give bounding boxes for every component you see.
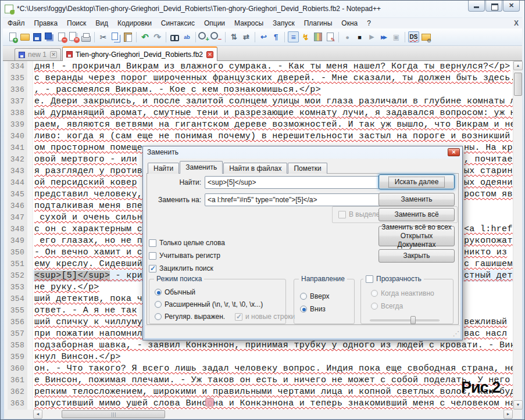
doc-switcher-icon[interactable] — [324, 31, 335, 42]
fold-margin[interactable] — [27, 212, 33, 224]
fold-margin[interactable] — [27, 398, 33, 410]
paste-icon[interactable] — [122, 31, 133, 42]
find-icon[interactable] — [169, 31, 180, 42]
editor-line-text[interactable]: с веранды через порог широченных француз… — [33, 73, 513, 84]
dialog-close-icon[interactable] — [448, 148, 460, 156]
editor-line-text[interactable]: ливо: когда я (сам еще не понимая почему… — [33, 131, 513, 142]
tab-find[interactable]: Найти — [148, 163, 179, 174]
mode-extended-radio[interactable]: Расширенный (\n, \r, \t, \0, \x...) — [155, 300, 263, 308]
transparency-inactive-radio[interactable]: Когда неактивно — [371, 289, 434, 297]
menu-item[interactable]: Опции — [199, 18, 230, 29]
cut-icon[interactable] — [98, 31, 109, 42]
close-all-docs-icon[interactable] — [68, 31, 79, 42]
menu-item[interactable]: Запуск — [268, 18, 299, 29]
mode-regex-radio[interactable]: Регуляр. выражен. — [155, 313, 225, 321]
menu-item[interactable]: Окна — [337, 18, 362, 29]
fold-margin[interactable] — [27, 247, 33, 259]
editor-line-text[interactable]: кнул Винсон.</p> — [33, 351, 513, 363]
macro-stop-icon[interactable] — [354, 31, 365, 42]
fold-margin[interactable] — [27, 154, 33, 166]
menu-item[interactable]: Плагины — [299, 18, 337, 29]
close-button[interactable] — [503, 1, 520, 12]
fold-margin[interactable] — [27, 131, 33, 142]
fold-margin[interactable] — [27, 293, 33, 305]
direction-down-radio[interactable]: Вниз — [300, 305, 326, 313]
word-wrap-icon[interactable] — [258, 31, 269, 42]
menu-item[interactable]: Кодировки — [113, 18, 156, 29]
replace-button[interactable]: Заменить — [378, 193, 455, 206]
fold-margin[interactable] — [27, 73, 33, 84]
scroll-right-icon[interactable] — [503, 410, 513, 419]
macro-play-icon[interactable] — [366, 31, 377, 42]
new-file-icon[interactable] — [7, 31, 18, 42]
show-symbols-icon[interactable] — [270, 31, 281, 42]
editor-line-text[interactable]: он. - Что такого? Я всего лишь задал чел… — [33, 363, 513, 375]
find-next-button[interactable]: Искать далее — [378, 174, 455, 189]
replace-all-open-docs-button[interactable]: Заменить всё во всех Открытых Документах — [378, 226, 455, 246]
horizontal-scrollbar[interactable] — [33, 410, 513, 419]
fold-margin[interactable] — [27, 270, 33, 282]
fold-margin[interactable] — [27, 84, 33, 96]
vertical-scrollbar[interactable] — [513, 61, 522, 410]
macro-run-multi-icon[interactable] — [378, 31, 390, 42]
fold-margin[interactable] — [27, 340, 33, 351]
close-dialog-button[interactable]: Закрыть — [378, 249, 455, 263]
whole-word-checkbox[interactable]: Только целые слова — [149, 239, 225, 247]
horizontal-scroll-thumb[interactable] — [62, 410, 165, 418]
print-icon[interactable] — [80, 31, 91, 42]
editor-line-text[interactable]: раем, являются ветвями на гигантском дер… — [33, 119, 513, 131]
save-all-icon[interactable] — [44, 31, 55, 42]
scroll-left-icon[interactable] — [33, 410, 42, 419]
editor-line-text[interactable]: е Винсон, пожимая плечами. - Уж таков он… — [33, 375, 513, 386]
fold-margin[interactable] — [27, 224, 33, 235]
macro-save-icon[interactable] — [391, 31, 402, 42]
fold-margin[interactable] — [27, 305, 33, 317]
fold-margin[interactable] — [27, 200, 33, 212]
editor-line-text[interactable]: дня! - прокричал Викрам из влажного сумр… — [33, 61, 513, 73]
fold-margin[interactable] — [27, 317, 33, 328]
tab-close-icon[interactable] — [206, 51, 213, 58]
slider-thumb[interactable] — [410, 316, 416, 324]
menu-item[interactable]: Правка — [30, 18, 63, 29]
replace-icon[interactable] — [181, 31, 192, 42]
document-tab[interactable]: new 1 — [15, 48, 61, 60]
close-doc-icon[interactable] — [56, 31, 67, 42]
transparency-slider[interactable] — [370, 316, 440, 324]
transparency-legend[interactable]: Прозрачность — [363, 275, 424, 283]
maximize-button[interactable] — [485, 1, 502, 12]
editor-line-text[interactable]: ый дурманящий аромат, смутные тени и раз… — [33, 107, 513, 119]
tab-find-in-files[interactable]: Найти в файлах — [223, 163, 287, 174]
editor-line-text[interactable]: ропустивший мимо ушей слова Винсона и Ко… — [33, 398, 513, 410]
regex-newline-checkbox[interactable]: и новые строки — [235, 313, 295, 321]
transparency-always-radio[interactable]: Всегда — [371, 302, 403, 310]
fold-margin[interactable] — [27, 119, 33, 131]
doc-map-icon[interactable] — [312, 31, 323, 42]
editor-line-text[interactable]: репким телосложением, широкими и правиль… — [33, 386, 513, 398]
editor-line-text[interactable]: , - рассмеялся Викрам. - Кое с кем позна… — [33, 84, 513, 96]
fold-margin[interactable] — [27, 351, 33, 363]
resize-grip[interactable] — [453, 330, 459, 338]
fold-margin[interactable] — [27, 375, 33, 386]
fold-margin[interactable] — [27, 363, 33, 375]
fold-margin[interactable] — [27, 177, 33, 189]
direction-up-radio[interactable]: Вверх — [300, 292, 329, 300]
undo-icon[interactable] — [140, 31, 151, 42]
fold-margin[interactable] — [27, 107, 33, 119]
fold-margin[interactable] — [27, 96, 33, 107]
copy-icon[interactable] — [110, 31, 121, 42]
fold-margin[interactable] — [27, 166, 33, 177]
tab-mark[interactable]: Пометки — [288, 163, 327, 174]
plugin-folder-icon[interactable] — [420, 31, 431, 42]
menu-item[interactable]: Вид — [91, 18, 113, 29]
editor-line-text[interactable]: е. Двери закрылись, и после залитой солн… — [33, 96, 513, 107]
scroll-up-icon[interactable] — [513, 61, 523, 70]
zoom-out-icon[interactable] — [211, 31, 222, 42]
dspellcheck-icon[interactable] — [408, 31, 419, 42]
minimize-button[interactable] — [468, 1, 485, 12]
tab-close-icon[interactable] — [50, 51, 57, 58]
indent-guide-icon[interactable] — [288, 31, 299, 42]
fold-margin[interactable] — [27, 61, 33, 73]
match-case-checkbox[interactable]: Учитывать регистр — [149, 252, 220, 260]
zoom-in-icon[interactable] — [199, 31, 210, 42]
macro-record-icon[interactable] — [342, 31, 353, 42]
